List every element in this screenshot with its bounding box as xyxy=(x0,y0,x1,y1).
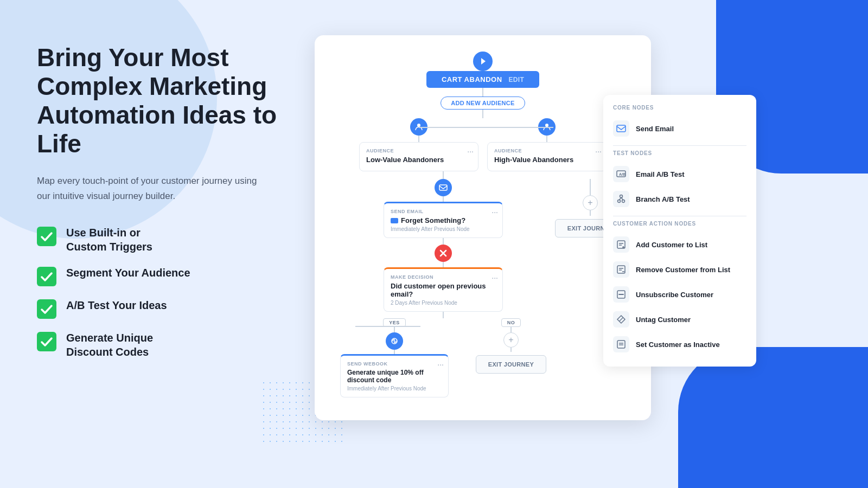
webhook-icon-bubble xyxy=(386,332,403,350)
node-menu-icon[interactable]: ··· xyxy=(437,360,444,369)
connector xyxy=(443,238,444,245)
send-email-node: SEND EMAIL Forget Something? Immediately… xyxy=(384,202,503,238)
add-audience-button[interactable]: ADD NEW AUDIENCE xyxy=(441,97,525,110)
bg-shape-right-bottom xyxy=(678,347,868,488)
node-title: Low-Value Abandoners xyxy=(366,156,471,164)
send-exit-row: SEND EMAIL Forget Something? Immediately… xyxy=(331,171,635,397)
svg-point-19 xyxy=(622,200,625,203)
svg-line-31 xyxy=(620,318,623,321)
audience-branch-row: AUDIENCE Low-Value Abandoners ··· AUDIEN… xyxy=(359,118,607,171)
node-menu-icon[interactable]: ··· xyxy=(492,208,498,216)
audience-card-high: AUDIENCE High-Value Abandoners ··· xyxy=(487,142,607,171)
right-panel: CORE NODES Send Email TEST NODES A/B Ema… xyxy=(603,95,756,367)
feature-text: Use Built-in orCustom Triggers xyxy=(66,226,152,254)
svg-rect-1 xyxy=(37,267,56,286)
connector xyxy=(443,171,444,179)
divider xyxy=(613,145,746,146)
svg-rect-7 xyxy=(439,185,447,190)
check-icon xyxy=(37,332,56,351)
connector xyxy=(510,327,512,332)
svg-rect-12 xyxy=(617,125,626,132)
connector xyxy=(394,350,395,354)
test-nodes-title: TEST NODES xyxy=(613,150,746,156)
node-label: SEND EMAIL xyxy=(391,209,496,214)
send-email-icon xyxy=(613,120,629,137)
plus-button[interactable]: + xyxy=(503,332,519,348)
panel-item-label: Remove Customer from List xyxy=(636,266,730,274)
panel-item-add-list[interactable]: Add Customer to List xyxy=(613,232,746,257)
branch-ab-icon xyxy=(613,191,629,207)
canvas-card: CART ABANDON EDIT ADD NEW AUDIENCE AUDIE… xyxy=(315,35,651,420)
svg-rect-2 xyxy=(37,299,56,319)
email-icon xyxy=(391,218,398,223)
no-badge: NO xyxy=(501,318,521,327)
node-menu-icon[interactable]: ··· xyxy=(492,273,498,282)
panel-item-inactive[interactable]: Set Customer as Inactive xyxy=(613,332,746,357)
main-heading: Bring Your Most Complex Marketing Automa… xyxy=(37,43,319,158)
svg-text:A/B: A/B xyxy=(619,172,626,176)
email-ab-icon: A/B xyxy=(613,166,629,182)
panel-item-label: Untag Customer xyxy=(636,316,691,324)
decision-icon-bubble xyxy=(435,245,452,262)
panel-item-untag[interactable]: Untag Customer xyxy=(613,307,746,332)
feature-list: Use Built-in orCustom Triggers Segment Y… xyxy=(37,226,319,359)
node-title: Did customer open previous email? xyxy=(391,282,496,298)
plus-button[interactable]: + xyxy=(583,195,598,210)
panel-item-label: Set Customer as Inactive xyxy=(636,341,720,349)
h-connector xyxy=(355,326,420,327)
connector xyxy=(443,196,444,202)
feature-text: Segment Your Audience xyxy=(66,266,190,280)
panel-item-remove-list[interactable]: Remove Customer from List xyxy=(613,257,746,282)
node-menu-icon[interactable]: ··· xyxy=(595,147,602,156)
panel-item-send-email[interactable]: Send Email xyxy=(613,116,746,141)
trigger-icon xyxy=(473,52,493,71)
svg-rect-25 xyxy=(617,266,625,273)
connector xyxy=(482,88,483,97)
untag-icon xyxy=(613,311,629,328)
exit-journey-button-2[interactable]: EXIT JOURNEY xyxy=(476,355,546,374)
node-label: AUDIENCE xyxy=(494,148,599,153)
node-title: High-Value Abandoners xyxy=(494,156,599,164)
connector xyxy=(418,136,419,142)
left-content-area: Bring Your Most Complex Marketing Automa… xyxy=(37,43,319,359)
flow-container: CART ABANDON EDIT ADD NEW AUDIENCE AUDIE… xyxy=(331,52,635,397)
panel-item-branch-ab[interactable]: Branch A/B Test xyxy=(613,187,746,211)
connector xyxy=(590,179,591,195)
decision-node: MAKE DECISION Did customer open previous… xyxy=(384,267,503,312)
svg-rect-0 xyxy=(37,227,56,246)
panel-item-email-ab[interactable]: A/B Email A/B Test xyxy=(613,162,746,187)
trigger-button[interactable]: CART ABANDON EDIT xyxy=(426,71,539,88)
node-label: SEND WEBOOK xyxy=(347,361,442,367)
panel-item-label: Send Email xyxy=(636,125,674,133)
core-nodes-title: CORE NODES xyxy=(613,105,746,111)
feature-text: A/B Test Your Ideas xyxy=(66,298,167,312)
left-audience-branch: AUDIENCE Low-Value Abandoners ··· xyxy=(359,118,478,171)
connector xyxy=(510,348,512,352)
edit-link[interactable]: EDIT xyxy=(509,76,525,84)
check-icon xyxy=(37,299,56,319)
svg-marker-4 xyxy=(481,58,486,65)
node-subtitle: Immediately After Previous Node xyxy=(391,226,496,232)
right-audience-branch: AUDIENCE High-Value Abandoners ··· xyxy=(487,118,607,171)
no-branch: NO + EXIT JOURNEY xyxy=(476,318,546,374)
svg-point-18 xyxy=(618,200,621,203)
feature-text: Generate UniqueDiscount Codes xyxy=(66,331,153,359)
inactive-icon xyxy=(613,336,629,352)
h-connector xyxy=(419,127,553,128)
left-flow: SEND EMAIL Forget Something? Immediately… xyxy=(340,171,546,397)
svg-rect-32 xyxy=(617,341,625,348)
connector xyxy=(590,210,591,216)
node-label: AUDIENCE xyxy=(366,148,471,153)
divider xyxy=(613,216,746,216)
node-menu-icon[interactable]: ··· xyxy=(467,147,474,156)
remove-list-icon xyxy=(613,261,629,278)
trigger-label: CART ABANDON xyxy=(442,75,502,84)
check-icon xyxy=(37,267,56,286)
panel-item-label: Add Customer to List xyxy=(636,241,707,249)
yes-branch: YES SEND WEBOOK Generate unique 10% off … xyxy=(340,318,449,397)
list-item: Generate UniqueDiscount Codes xyxy=(37,331,319,359)
panel-item-unsubscribe[interactable]: Unsubscribe Customer xyxy=(613,282,746,307)
panel-item-label: Branch A/B Test xyxy=(636,195,690,203)
check-icon xyxy=(37,227,56,246)
connector xyxy=(394,327,395,332)
